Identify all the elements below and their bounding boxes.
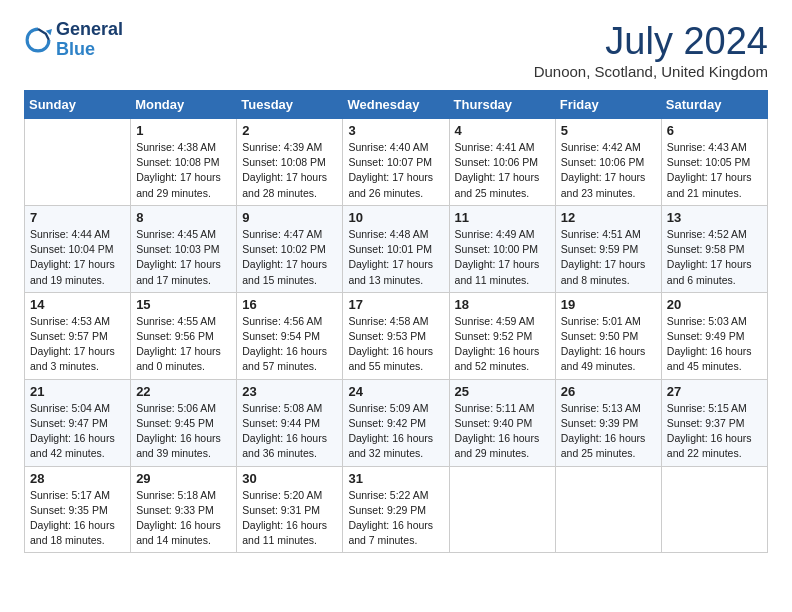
day-number: 14 (30, 297, 125, 312)
day-info: Sunrise: 5:03 AMSunset: 9:49 PMDaylight:… (667, 314, 762, 375)
day-number: 20 (667, 297, 762, 312)
header-cell-sunday: Sunday (25, 91, 131, 119)
day-number: 1 (136, 123, 231, 138)
logo-text: General Blue (56, 20, 123, 60)
calendar-cell: 15Sunrise: 4:55 AMSunset: 9:56 PMDayligh… (131, 292, 237, 379)
logo-line2: Blue (56, 40, 123, 60)
calendar-cell: 29Sunrise: 5:18 AMSunset: 9:33 PMDayligh… (131, 466, 237, 553)
day-info: Sunrise: 4:56 AMSunset: 9:54 PMDaylight:… (242, 314, 337, 375)
day-number: 2 (242, 123, 337, 138)
day-number: 8 (136, 210, 231, 225)
day-number: 24 (348, 384, 443, 399)
day-number: 11 (455, 210, 550, 225)
day-info: Sunrise: 5:09 AMSunset: 9:42 PMDaylight:… (348, 401, 443, 462)
logo-line1: General (56, 20, 123, 40)
calendar-cell: 6Sunrise: 4:43 AMSunset: 10:05 PMDayligh… (661, 119, 767, 206)
day-info: Sunrise: 4:48 AMSunset: 10:01 PMDaylight… (348, 227, 443, 288)
day-number: 31 (348, 471, 443, 486)
day-info: Sunrise: 5:20 AMSunset: 9:31 PMDaylight:… (242, 488, 337, 549)
day-number: 29 (136, 471, 231, 486)
week-row-1: 1Sunrise: 4:38 AMSunset: 10:08 PMDayligh… (25, 119, 768, 206)
day-info: Sunrise: 4:51 AMSunset: 9:59 PMDaylight:… (561, 227, 656, 288)
header-cell-saturday: Saturday (661, 91, 767, 119)
calendar-cell: 5Sunrise: 4:42 AMSunset: 10:06 PMDayligh… (555, 119, 661, 206)
calendar-cell: 17Sunrise: 4:58 AMSunset: 9:53 PMDayligh… (343, 292, 449, 379)
page-header: General Blue July 2024 Dunoon, Scotland,… (24, 20, 768, 80)
day-info: Sunrise: 4:45 AMSunset: 10:03 PMDaylight… (136, 227, 231, 288)
day-number: 30 (242, 471, 337, 486)
calendar-cell: 28Sunrise: 5:17 AMSunset: 9:35 PMDayligh… (25, 466, 131, 553)
calendar-cell (555, 466, 661, 553)
calendar-header: SundayMondayTuesdayWednesdayThursdayFrid… (25, 91, 768, 119)
calendar-cell: 1Sunrise: 4:38 AMSunset: 10:08 PMDayligh… (131, 119, 237, 206)
day-info: Sunrise: 5:18 AMSunset: 9:33 PMDaylight:… (136, 488, 231, 549)
calendar-cell: 10Sunrise: 4:48 AMSunset: 10:01 PMDaylig… (343, 205, 449, 292)
calendar-page: General Blue July 2024 Dunoon, Scotland,… (0, 0, 792, 573)
calendar-cell (449, 466, 555, 553)
week-row-5: 28Sunrise: 5:17 AMSunset: 9:35 PMDayligh… (25, 466, 768, 553)
calendar-cell: 3Sunrise: 4:40 AMSunset: 10:07 PMDayligh… (343, 119, 449, 206)
day-number: 3 (348, 123, 443, 138)
calendar-cell: 8Sunrise: 4:45 AMSunset: 10:03 PMDayligh… (131, 205, 237, 292)
calendar-cell: 20Sunrise: 5:03 AMSunset: 9:49 PMDayligh… (661, 292, 767, 379)
calendar-cell: 24Sunrise: 5:09 AMSunset: 9:42 PMDayligh… (343, 379, 449, 466)
day-number: 16 (242, 297, 337, 312)
day-info: Sunrise: 4:49 AMSunset: 10:00 PMDaylight… (455, 227, 550, 288)
day-info: Sunrise: 4:53 AMSunset: 9:57 PMDaylight:… (30, 314, 125, 375)
day-number: 6 (667, 123, 762, 138)
calendar-cell (661, 466, 767, 553)
day-info: Sunrise: 4:55 AMSunset: 9:56 PMDaylight:… (136, 314, 231, 375)
logo-icon (24, 26, 52, 54)
day-info: Sunrise: 5:04 AMSunset: 9:47 PMDaylight:… (30, 401, 125, 462)
day-number: 18 (455, 297, 550, 312)
day-info: Sunrise: 4:42 AMSunset: 10:06 PMDaylight… (561, 140, 656, 201)
week-row-4: 21Sunrise: 5:04 AMSunset: 9:47 PMDayligh… (25, 379, 768, 466)
calendar-cell: 14Sunrise: 4:53 AMSunset: 9:57 PMDayligh… (25, 292, 131, 379)
logo: General Blue (24, 20, 123, 60)
calendar-cell (25, 119, 131, 206)
day-info: Sunrise: 5:01 AMSunset: 9:50 PMDaylight:… (561, 314, 656, 375)
calendar-cell: 22Sunrise: 5:06 AMSunset: 9:45 PMDayligh… (131, 379, 237, 466)
calendar-cell: 9Sunrise: 4:47 AMSunset: 10:02 PMDayligh… (237, 205, 343, 292)
calendar-cell: 27Sunrise: 5:15 AMSunset: 9:37 PMDayligh… (661, 379, 767, 466)
month-title: July 2024 (534, 20, 768, 63)
header-cell-thursday: Thursday (449, 91, 555, 119)
calendar-cell: 25Sunrise: 5:11 AMSunset: 9:40 PMDayligh… (449, 379, 555, 466)
day-number: 27 (667, 384, 762, 399)
day-info: Sunrise: 5:08 AMSunset: 9:44 PMDaylight:… (242, 401, 337, 462)
header-row: SundayMondayTuesdayWednesdayThursdayFrid… (25, 91, 768, 119)
location: Dunoon, Scotland, United Kingdom (534, 63, 768, 80)
calendar-cell: 2Sunrise: 4:39 AMSunset: 10:08 PMDayligh… (237, 119, 343, 206)
day-number: 9 (242, 210, 337, 225)
day-number: 15 (136, 297, 231, 312)
day-number: 12 (561, 210, 656, 225)
day-number: 13 (667, 210, 762, 225)
day-info: Sunrise: 4:38 AMSunset: 10:08 PMDaylight… (136, 140, 231, 201)
calendar-cell: 26Sunrise: 5:13 AMSunset: 9:39 PMDayligh… (555, 379, 661, 466)
day-number: 17 (348, 297, 443, 312)
day-info: Sunrise: 4:40 AMSunset: 10:07 PMDaylight… (348, 140, 443, 201)
day-info: Sunrise: 5:13 AMSunset: 9:39 PMDaylight:… (561, 401, 656, 462)
calendar-body: 1Sunrise: 4:38 AMSunset: 10:08 PMDayligh… (25, 119, 768, 553)
day-number: 25 (455, 384, 550, 399)
header-cell-tuesday: Tuesday (237, 91, 343, 119)
day-number: 4 (455, 123, 550, 138)
day-info: Sunrise: 5:17 AMSunset: 9:35 PMDaylight:… (30, 488, 125, 549)
day-info: Sunrise: 5:22 AMSunset: 9:29 PMDaylight:… (348, 488, 443, 549)
day-info: Sunrise: 5:15 AMSunset: 9:37 PMDaylight:… (667, 401, 762, 462)
day-info: Sunrise: 4:58 AMSunset: 9:53 PMDaylight:… (348, 314, 443, 375)
day-info: Sunrise: 5:11 AMSunset: 9:40 PMDaylight:… (455, 401, 550, 462)
day-info: Sunrise: 4:59 AMSunset: 9:52 PMDaylight:… (455, 314, 550, 375)
day-info: Sunrise: 4:52 AMSunset: 9:58 PMDaylight:… (667, 227, 762, 288)
day-info: Sunrise: 5:06 AMSunset: 9:45 PMDaylight:… (136, 401, 231, 462)
day-info: Sunrise: 4:43 AMSunset: 10:05 PMDaylight… (667, 140, 762, 201)
day-number: 21 (30, 384, 125, 399)
title-block: July 2024 Dunoon, Scotland, United Kingd… (534, 20, 768, 80)
day-number: 22 (136, 384, 231, 399)
day-number: 5 (561, 123, 656, 138)
header-cell-wednesday: Wednesday (343, 91, 449, 119)
calendar-cell: 11Sunrise: 4:49 AMSunset: 10:00 PMDaylig… (449, 205, 555, 292)
day-number: 28 (30, 471, 125, 486)
header-cell-monday: Monday (131, 91, 237, 119)
calendar-cell: 13Sunrise: 4:52 AMSunset: 9:58 PMDayligh… (661, 205, 767, 292)
